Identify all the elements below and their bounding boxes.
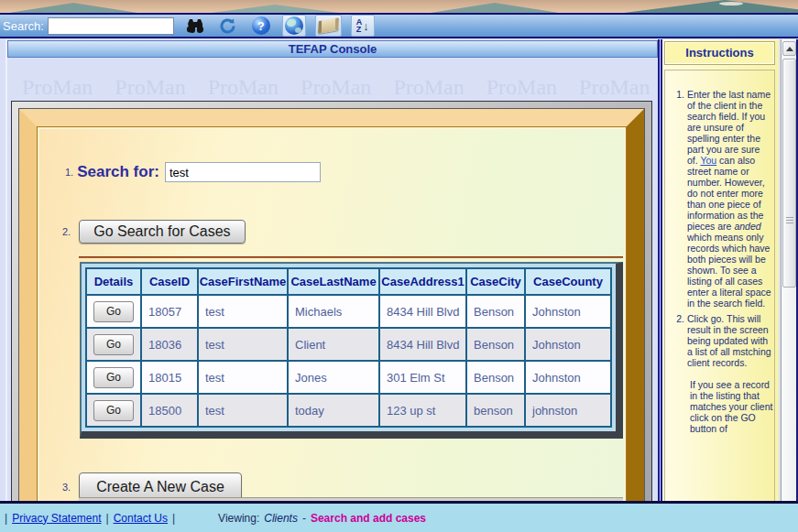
cell-county: johnston [525,394,611,427]
case-results-table: Details CaseID CaseFirstName CaseLastNam… [85,267,612,428]
col-header-lastname: CaseLastName [288,268,379,295]
binoculars-glyph [185,17,205,34]
search-label: Search: [3,19,44,33]
scroll-glyph [318,17,339,34]
web-globe-icon[interactable] [282,15,306,37]
results-table-frame: Details CaseID CaseFirstName CaseLastNam… [80,262,623,439]
horizontal-rule [79,256,623,258]
table-row: Go 18036 test Client 8434 Hill Blvd Bens… [86,328,611,361]
status-bar: | Privacy Statement | Contact Us | Viewi… [0,501,798,532]
scrollbar-grip [786,217,793,224]
refresh-glyph [218,16,237,36]
cell-first-name: test [198,328,288,361]
row-go-button[interactable]: Go [93,367,134,388]
cell-last-name: Michaels [288,295,379,328]
sort-z-letter: Z [356,26,363,33]
instruction-paragraph: If you see a record in the listing that … [673,379,774,434]
vertical-scrollbar[interactable] [781,39,797,501]
mountain-shape [211,5,339,13]
table-row: Go 18057 test Michaels 8434 Hill Blvd Be… [86,295,611,328]
instructions-header: Instructions [664,41,775,65]
col-header-county: CaseCounty [525,268,611,295]
table-row: Go 18500 test today 123 up st benson joh… [86,394,611,427]
toolbar-icons: ? AZ ↓ [183,15,375,37]
scrollbar-up-arrow[interactable] [782,41,796,56]
instructions-body: 1. Enter the last name of the client in … [664,70,775,501]
instruction-item-2: 2. Click go. This will result in the scr… [673,313,771,368]
search-for-label: Search for: [77,163,159,181]
scrollbar-thumb[interactable] [782,59,796,288]
cell-first-name: test [198,394,288,427]
cell-address1: 301 Elm St [379,361,466,394]
report-scroll-icon[interactable] [315,15,342,37]
cell-county: Johnston [525,295,611,328]
sort-az-glyph: AZ ↓ [356,18,369,33]
cell-case-id: 18057 [141,295,198,328]
cell-city: Benson [466,361,525,394]
step2-go-row: 2. Go Search for Cases [62,220,246,244]
step1-search-row: 1. Search for: [65,162,321,182]
cell-city: Benson [466,295,525,328]
cell-county: Johnston [525,328,611,361]
go-search-button[interactable]: Go Search for Cases [79,220,245,244]
cell-last-name: today [288,394,379,427]
page-title: TEFAP Console [7,40,658,58]
step1-number: 1. [65,167,73,178]
col-header-address1: CaseAddress1 [379,268,466,295]
up-triangle-icon [786,47,793,51]
instructions-panel: Instructions 1. Enter the last name of t… [662,39,779,501]
row-go-button[interactable]: Go [93,400,134,421]
proman-watermark: ProManProManProManProManProManProManProM… [22,75,658,100]
main-content-area: ProManProManProManProManProManProManProM… [7,58,658,501]
mountain-shape [9,3,137,13]
sort-az-icon[interactable]: AZ ↓ [351,15,375,37]
you-link[interactable]: You [700,155,716,166]
cell-first-name: test [198,361,288,394]
cell-last-name: Jones [288,361,379,394]
mountain-shape [624,0,798,13]
search-for-input[interactable] [165,162,321,182]
col-header-details: Details [86,268,141,295]
instruction-item-1: 1. Enter the last name of the client in … [673,89,771,309]
sort-down-arrow: ↓ [363,20,369,32]
cell-address1: 123 up st [379,394,466,427]
col-header-caseid: CaseID [141,268,198,295]
col-header-city: CaseCity [466,268,525,295]
cell-case-id: 18036 [141,328,198,361]
gold-picture-frame: 1. Search for: 2. Go Search for Cases [19,109,644,501]
binoculars-find-icon[interactable] [183,15,207,37]
cell-address1: 8434 Hill Blvd [379,295,466,328]
step2-number: 2. [62,226,71,237]
cell-city: benson [466,394,525,427]
cell-case-id: 18015 [141,361,198,394]
outer-gray-frame: 1. Search for: 2. Go Search for Cases [11,101,652,501]
row-go-button[interactable]: Go [93,301,134,322]
top-toolbar: Search: ? [0,13,798,38]
refresh-icon[interactable] [216,15,240,37]
step3-number: 3. [62,482,71,493]
viewing-label: Viewing: [218,512,259,525]
col-header-firstname: CaseFirstName [198,268,288,295]
mountain-shape [431,3,559,13]
help-icon[interactable]: ? [249,15,273,37]
privacy-statement-link[interactable]: Privacy Statement [12,512,101,525]
cell-last-name: Client [288,328,379,361]
globe-glyph [285,16,303,35]
cell-first-name: test [198,295,288,328]
snow-cap [719,2,743,5]
viewing-section: Clients [264,512,298,525]
cell-county: Johnston [525,361,611,394]
table-header-row: Details CaseID CaseFirstName CaseLastNam… [86,268,611,295]
cell-city: Benson [466,328,525,361]
contact-us-link[interactable]: Contact Us [114,512,168,525]
toolbar-search-input[interactable] [48,17,174,35]
header-photo [0,0,798,13]
viewing-page: Search and add cases [311,512,426,525]
row-go-button[interactable]: Go [93,334,134,355]
cell-case-id: 18500 [141,394,198,427]
help-glyph: ? [252,16,270,35]
table-row: Go 18015 test Jones 301 Elm St Benson Jo… [86,361,611,394]
cell-address1: 8434 Hill Blvd [379,328,466,361]
form-panel: 1. Search for: 2. Go Search for Cases [37,126,627,501]
